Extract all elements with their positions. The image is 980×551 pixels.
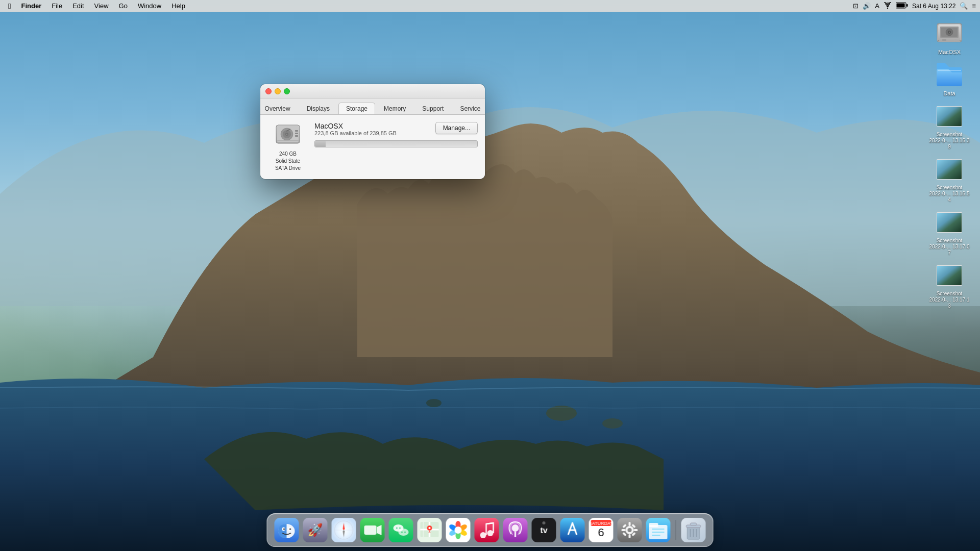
dock-maps[interactable] [416,517,443,543]
dock-appletv[interactable]: tv [531,517,557,543]
menu-help[interactable]: Help [167,1,189,11]
svg-text:6: 6 [598,526,604,539]
menu-file[interactable]: File [47,1,66,11]
dock-music[interactable] [474,517,500,543]
svg-rect-97 [629,534,631,538]
svg-point-59 [396,528,397,529]
svg-rect-54 [364,525,377,535]
svg-point-80 [487,530,494,536]
svg-point-79 [480,532,486,538]
svg-point-62 [404,532,405,533]
app-name[interactable]: Finder [17,1,45,11]
macosx-icon-img [936,20,963,47]
screenshot3-label: Screenshot2022-0-... 13.17.07 [929,238,970,256]
svg-point-69 [429,527,431,529]
desktop-icons-area: MacOSX Data [929,20,970,309]
dock-calendar[interactable]: SATURDAY 6 [588,517,615,543]
storage-item: 240 GB Solid State SATA Drive MacOSX 223… [267,122,478,172]
drive-icon-area: 240 GB Solid State SATA Drive [267,122,308,172]
dock-trash[interactable] [680,517,707,543]
svg-rect-13 [942,39,946,41]
svg-rect-7 [897,3,905,7]
dock: 🚀 [267,513,714,547]
svg-point-43 [283,529,285,530]
tab-memory[interactable]: Memory [376,103,413,114]
svg-rect-99 [634,529,638,531]
svg-point-17 [949,32,950,33]
storage-bar [314,140,478,147]
desktop-icon-data[interactable]: Data [929,62,970,97]
desktop-icon-data-label: Data [943,90,955,97]
dock-launchpad[interactable]: 🚀 [302,517,329,543]
dock-finder[interactable] [274,517,300,543]
storage-name-group: MacOSX 223,8 GB available of 239,85 GB [314,122,397,136]
desktop-icon-macosx[interactable]: MacOSX [929,20,970,56]
control-center-icon[interactable]: ≡ [972,2,976,10]
minimize-button[interactable] [275,88,281,94]
menu-edit[interactable]: Edit [68,1,88,11]
drive-label: 240 GB Solid State SATA Drive [275,151,301,172]
svg-point-61 [401,532,402,533]
dock-wechat[interactable] [388,517,414,543]
dock-systemprefs[interactable] [617,517,643,543]
svg-rect-37 [295,135,298,137]
close-button[interactable] [265,88,272,94]
svg-point-44 [289,529,291,530]
screenshot1-label: Screenshot2022-0-... 13.16.39 [929,132,970,150]
desktop-icon-screenshot1[interactable]: Screenshot2022-0-... 13.16.39 [929,103,970,150]
dock-appstore[interactable] [559,517,586,543]
svg-rect-98 [622,529,626,531]
screenshot1-icon-img [936,103,963,130]
storage-info: MacOSX 223,8 GB available of 239,85 GB M… [314,122,478,147]
maximize-button[interactable] [284,88,290,94]
svg-rect-23 [937,160,962,179]
search-icon[interactable]: 🔍 [960,2,968,10]
svg-rect-113 [691,523,697,525]
svg-rect-35 [295,130,298,132]
svg-point-95 [628,528,632,532]
svg-rect-6 [906,4,908,7]
storage-available: 223,8 GB available of 239,85 GB [314,130,397,136]
svg-rect-96 [629,522,631,526]
svg-text:tv: tv [540,526,547,535]
storage-bar-used [315,141,326,147]
tab-displays[interactable]: Displays [299,103,337,114]
dock-separator [676,520,676,540]
desktop-icon-screenshot4[interactable]: Screenshot2022-0-... 13.17.13 [929,262,970,309]
tab-storage[interactable]: Storage [338,103,375,114]
battery-icon[interactable] [896,2,908,10]
tab-support[interactable]: Support [414,103,451,114]
dock-facetime[interactable] [359,517,386,543]
airplay-icon[interactable]: ⊡ [853,2,859,10]
svg-rect-21 [937,107,962,126]
dock-photos[interactable] [445,517,472,543]
screenshot2-icon-img [936,156,963,183]
svg-text:🚀: 🚀 [308,522,323,537]
tab-service[interactable]: Service [452,103,485,114]
storage-header: MacOSX 223,8 GB available of 239,85 GB M… [314,122,478,136]
volume-icon[interactable]: 🔊 [863,2,871,10]
apple-menu[interactable]:  [4,2,15,10]
traffic-lights [265,88,290,94]
menubar:  Finder File Edit View Go Window Help ⊡… [0,0,980,12]
menu-window[interactable]: Window [134,1,165,11]
clock-display: Sat 6 Aug 13:22 [912,3,955,10]
tab-bar: Overview Displays Storage Memory Support… [260,98,485,114]
wifi-icon[interactable] [884,2,892,10]
data-icon-img [936,62,963,88]
dock-safari[interactable] [331,517,357,543]
keyboard-icon[interactable]: A [875,2,879,10]
svg-point-83 [512,524,519,532]
screenshot4-icon-img [936,262,963,289]
desktop-icon-screenshot3[interactable]: Screenshot2022-0-... 13.17.07 [929,209,970,256]
svg-point-14 [954,39,957,41]
svg-text:SATURDAY: SATURDAY [589,521,614,526]
desktop-icon-screenshot2[interactable]: Screenshot2022-0-... 13.16.54 [929,156,970,203]
tab-overview[interactable]: Overview [260,103,298,114]
dock-files[interactable] [645,517,672,543]
svg-rect-27 [937,266,962,285]
manage-button[interactable]: Manage... [435,122,478,134]
menu-go[interactable]: Go [115,1,132,11]
dock-podcasts[interactable] [502,517,529,543]
menu-view[interactable]: View [90,1,113,11]
